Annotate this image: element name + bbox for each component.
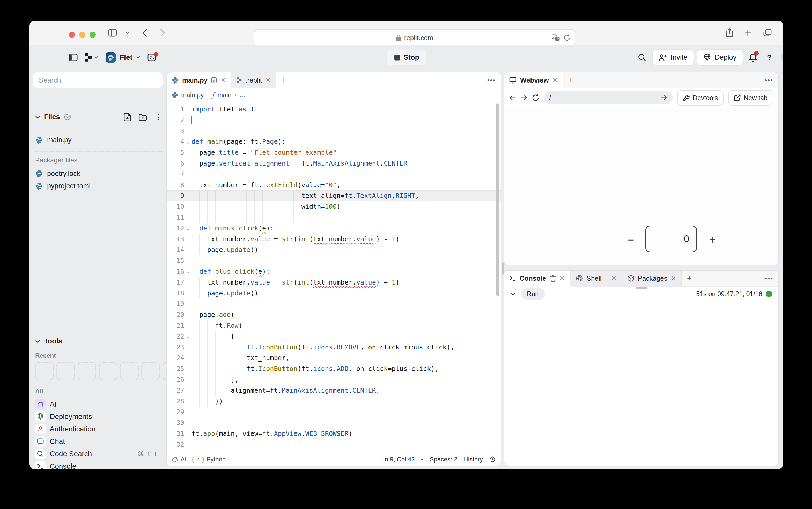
tab-replit[interactable]: .replit ✕	[231, 72, 277, 88]
code-line[interactable]: 31ft.app(main, view=ft.AppView.WEB_BROWS…	[167, 428, 501, 439]
changelog-icon[interactable]	[211, 77, 217, 83]
kebab-menu-icon[interactable]: ⋮	[155, 113, 162, 121]
tab-console[interactable]: Console ✕	[504, 271, 571, 286]
panel-toggle-icon[interactable]	[69, 54, 77, 61]
reload-icon[interactable]	[532, 94, 539, 102]
editor-scrollbar[interactable]	[496, 103, 499, 296]
code-line[interactable]: 8 txt_number = ft.TextField(value="0",	[167, 180, 501, 191]
code-lines[interactable]: 1import flet as ft234⌄def main(page: ft.…	[167, 102, 501, 453]
close-icon[interactable]: ✕	[612, 275, 617, 282]
ai-status-button[interactable]: AI	[172, 456, 187, 463]
chevron-down-icon[interactable]	[125, 31, 130, 34]
code-line[interactable]: 23 ft.IconButton(ft.icons.REMOVE, on_cli…	[167, 342, 501, 353]
fold-chevron-icon[interactable]: ⌄	[184, 223, 192, 234]
tab-webview[interactable]: Webview ✕	[504, 72, 563, 89]
tab-packages[interactable]: Packages ✕	[622, 271, 682, 286]
run-chip[interactable]: Run	[521, 288, 545, 300]
file-item-main-py[interactable]: main.py	[35, 134, 162, 146]
code-line[interactable]: 20 page.add(	[167, 309, 501, 320]
code-line[interactable]: 26 ],	[167, 374, 501, 385]
code-line[interactable]: 5 page.title = "Flet counter example"	[167, 147, 501, 158]
code-line[interactable]: 17 txt_number.value = str(int(txt_number…	[167, 277, 501, 288]
reload-icon[interactable]	[563, 34, 570, 41]
code-line[interactable]: 30	[167, 417, 501, 428]
tool-item-deployments[interactable]: Deployments	[35, 410, 164, 423]
history-clock-icon[interactable]	[489, 456, 496, 463]
code-line[interactable]: 15	[167, 255, 501, 266]
fold-chevron-icon[interactable]: ⌄	[184, 331, 192, 342]
devtools-button[interactable]: Devtools	[677, 90, 723, 105]
webview-url-input[interactable]: /	[544, 91, 673, 104]
close-icon[interactable]: ✕	[671, 275, 676, 282]
code-line[interactable]: 29	[167, 407, 501, 417]
code-line[interactable]: 22⌄ [	[167, 331, 501, 342]
translate-icon[interactable]: A文	[552, 34, 560, 41]
invite-button[interactable]: Invite	[653, 50, 694, 65]
forward-icon[interactable]	[160, 29, 165, 37]
chevron-down-icon[interactable]	[94, 56, 98, 59]
history-button[interactable]: History	[463, 456, 483, 463]
check-circle-icon[interactable]	[64, 114, 71, 121]
vertical-resize-handle[interactable]	[636, 287, 647, 289]
file-item-pyproject-toml[interactable]: pyproject.toml	[35, 180, 162, 192]
plus-button[interactable]: +	[710, 234, 716, 246]
help-icon[interactable]: ?	[767, 53, 772, 62]
code-line[interactable]: 6 page.vertical_alignment = ft.MainAxisA…	[167, 158, 501, 169]
address-bar[interactable]: replit.com A文	[254, 30, 576, 46]
replit-logo[interactable]	[84, 53, 92, 62]
tab-main-py[interactable]: main.py ✕	[167, 72, 231, 89]
horizontal-resize-handle[interactable]	[502, 262, 504, 275]
tabs-overview-icon[interactable]	[764, 29, 772, 37]
new-file-icon[interactable]	[124, 113, 131, 121]
new-tab-icon[interactable]	[744, 29, 751, 36]
console-menu-icon[interactable]: •••	[759, 271, 778, 286]
stop-button[interactable]: Stop	[387, 50, 426, 65]
close-window-button[interactable]	[69, 32, 75, 38]
code-line[interactable]: 11	[167, 212, 501, 223]
cursor-position[interactable]: Ln 9, Col 42	[382, 456, 415, 463]
sidebar-toggle-icon[interactable]	[108, 29, 117, 37]
tool-item-code-search[interactable]: Code Search ⌘ ⇧ F	[35, 448, 164, 460]
deploy-button[interactable]: Deploy	[697, 50, 743, 65]
avatar[interactable]	[781, 51, 783, 64]
minimize-window-button[interactable]	[79, 32, 86, 38]
minus-button[interactable]: −	[628, 234, 634, 246]
back-icon[interactable]	[509, 95, 516, 101]
indent-setting[interactable]: Spaces: 2	[430, 456, 457, 463]
new-webview-tab-icon[interactable]: +	[563, 72, 578, 88]
bell-icon[interactable]	[749, 53, 757, 62]
search-input[interactable]: Search	[33, 72, 163, 88]
code-line[interactable]: 18 page.update()	[167, 288, 501, 299]
code-line[interactable]: 12⌄ def minus_click(e):	[167, 223, 501, 234]
language-status[interactable]: {✓} Python	[192, 456, 226, 463]
code-line[interactable]: 4⌄def main(page: ft.Page):	[167, 136, 501, 147]
code-line[interactable]: 14 page.update()	[167, 244, 501, 255]
chevron-down-icon[interactable]	[35, 115, 40, 119]
code-line[interactable]: 3	[167, 126, 501, 137]
tab-shell[interactable]: Shell ✕	[571, 271, 622, 286]
code-line[interactable]: 1import flet as ft	[167, 104, 501, 115]
tool-item-console[interactable]: Console	[35, 460, 164, 469]
share-icon[interactable]	[725, 29, 733, 37]
code-line[interactable]: 13 txt_number.value = str(int(txt_number…	[167, 234, 501, 245]
fold-chevron-icon[interactable]: ⌄	[184, 266, 192, 277]
code-line[interactable]: 24 txt_number,	[167, 352, 501, 363]
forward-icon[interactable]	[521, 95, 527, 101]
file-item-poetry-lock[interactable]: poetry.lock	[35, 167, 162, 180]
close-icon[interactable]: ✕	[221, 76, 226, 84]
code-line[interactable]: 32	[167, 439, 501, 450]
search-icon[interactable]	[638, 54, 646, 61]
project-switcher[interactable]: Flet	[105, 52, 140, 63]
docs-icon[interactable]	[148, 54, 156, 61]
close-icon[interactable]: ✕	[560, 275, 565, 282]
fold-chevron-icon[interactable]: ⌄	[184, 136, 192, 147]
close-icon[interactable]: ✕	[265, 76, 271, 84]
go-arrow-icon[interactable]	[660, 95, 668, 101]
code-line[interactable]: 27 alignment=ft.MainAxisAlignment.CENTER…	[167, 385, 501, 396]
code-line[interactable]: 2	[167, 115, 501, 126]
code-line[interactable]: 19	[167, 299, 501, 309]
code-line[interactable]: 7	[167, 169, 501, 180]
new-console-tab-icon[interactable]: +	[682, 271, 697, 286]
tool-item-authentication[interactable]: Authentication	[35, 423, 164, 435]
code-line[interactable]: 9 text_align=ft.TextAlign.RIGHT,	[167, 190, 501, 201]
